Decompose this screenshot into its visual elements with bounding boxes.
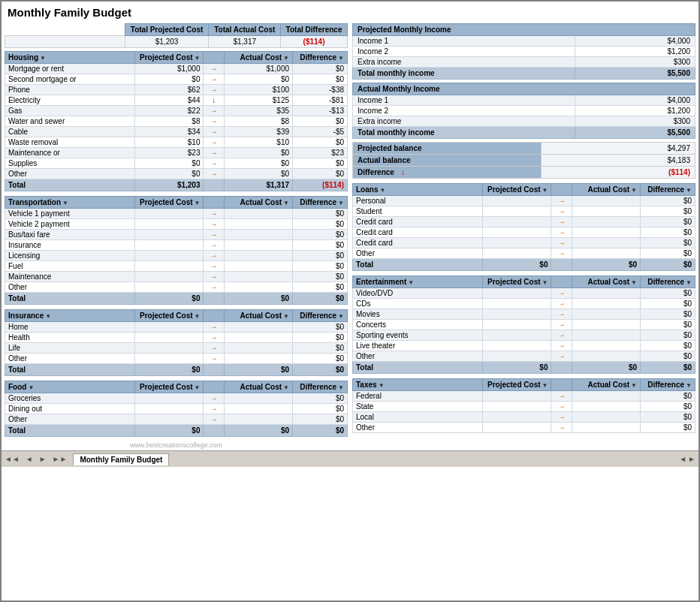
table-row: Waste removal $10 → $10 $0 bbox=[5, 137, 348, 148]
actual-income-table: Actual Monthly Income Income 1 $4,000 In… bbox=[352, 83, 695, 139]
taxes-label: Taxes▼ bbox=[353, 379, 483, 391]
proj-income-total: Total monthly income $5,500 bbox=[353, 68, 695, 80]
housing-actual-col: Actual Cost▼ bbox=[224, 52, 292, 64]
transport-proj-col: Projected Cost▼ bbox=[135, 197, 204, 209]
loans-total-row: Total $0 $0 $0 bbox=[353, 259, 695, 271]
food-total-row: Total $0 $0 $0 bbox=[5, 425, 348, 437]
table-row: Credit card → $0 bbox=[353, 227, 695, 238]
table-row: Credit card → $0 bbox=[353, 217, 695, 227]
actual-income-header: Actual Monthly Income bbox=[353, 83, 695, 95]
housing-table: Housing▼ Projected Cost▼ Actual Cost▼ Di… bbox=[5, 51, 348, 191]
tab-monthly-family-budget[interactable]: Monthly Family Budget bbox=[73, 453, 169, 465]
projected-balance-row: Projected balance $4,297 bbox=[353, 143, 695, 155]
table-row: Fuel → $0 bbox=[5, 261, 348, 272]
actual-balance-row: Actual balance $4,183 bbox=[353, 155, 695, 167]
table-row: Other → $0 bbox=[5, 414, 348, 425]
diff-arrow-icon: ↓ bbox=[401, 168, 405, 176]
summary-table: Total Projected Cost Total Actual Cost T… bbox=[5, 23, 348, 48]
housing-diff-col: Difference▼ bbox=[293, 52, 348, 64]
left-column: Total Projected Cost Total Actual Cost T… bbox=[5, 23, 348, 449]
table-row: Electricity $44 ↓ $125 -$81 bbox=[5, 95, 348, 106]
table-row: Live theater → $0 bbox=[353, 341, 695, 351]
bottom-bar: ◄◄ ◄ ► ►► Monthly Family Budget ◄ ► bbox=[2, 450, 698, 467]
transport-actual-col: Actual Cost▼ bbox=[224, 197, 292, 209]
loans-label: Loans▼ bbox=[353, 184, 483, 196]
table-row: Vehicle 1 payment → $0 bbox=[5, 209, 348, 219]
scroll-controls: ◄ ► bbox=[679, 455, 695, 463]
main-content: Total Projected Cost Total Actual Cost T… bbox=[2, 22, 698, 450]
table-row: Other → $0 bbox=[5, 282, 348, 293]
summary-proj-val: $1,203 bbox=[125, 36, 209, 48]
table-row: Personal → $0 bbox=[353, 196, 695, 206]
table-row: Other → $0 bbox=[5, 354, 348, 364]
list-item: Income 2 $1,200 bbox=[353, 47, 695, 57]
proj-income-header: Projected Monthly Income bbox=[353, 24, 695, 36]
insurance-table: Insurance▼ Projected Cost▼ Actual Cost▼ … bbox=[5, 309, 348, 376]
list-item: Income 2 $1,200 bbox=[353, 106, 695, 116]
table-row: Health → $0 bbox=[5, 333, 348, 343]
actual-income-total: Total monthly income $5,500 bbox=[353, 127, 695, 139]
list-item: Income 1 $4,000 bbox=[353, 95, 695, 106]
nav-right-icon[interactable]: ►► bbox=[53, 455, 68, 463]
right-column: Projected Monthly Income Income 1 $4,000… bbox=[352, 23, 695, 449]
entertainment-table: Entertainment▼ Projected Cost▼ Actual Co… bbox=[352, 275, 695, 374]
transport-diff-col: Difference▼ bbox=[293, 197, 348, 209]
housing-dropdown[interactable]: ▼ bbox=[40, 55, 46, 62]
table-row: Movies → $0 bbox=[353, 309, 695, 320]
insurance-label: Insurance▼ bbox=[5, 310, 135, 322]
balance-diff-row: Difference ↓ ($114) bbox=[353, 167, 695, 179]
table-row: Groceries → $0 bbox=[5, 393, 348, 404]
entertainment-label: Entertainment▼ bbox=[353, 276, 483, 288]
table-row: State → $0 bbox=[353, 402, 695, 412]
watermark: www.bestcreationscollege.com bbox=[5, 441, 348, 449]
transport-dropdown[interactable]: ▼ bbox=[62, 200, 68, 206]
app-window: Monthly Family Budget Total Projected Co… bbox=[0, 0, 700, 602]
table-row: Cable $34 → $39 -$5 bbox=[5, 127, 348, 137]
table-row: Licensing → $0 bbox=[5, 251, 348, 261]
summary-actual-header: Total Actual Cost bbox=[209, 24, 281, 36]
table-row: CDs → $0 bbox=[353, 299, 695, 309]
table-row: Concerts → $0 bbox=[353, 320, 695, 330]
nav-prev-icon[interactable]: ◄ bbox=[26, 455, 33, 463]
transport-label: Transportation▼ bbox=[5, 197, 135, 209]
table-row: Credit card → $0 bbox=[353, 238, 695, 248]
summary-diff-header: Total Difference bbox=[281, 24, 348, 36]
table-row: Vehicle 2 payment → $0 bbox=[5, 219, 348, 230]
transport-total-row: Total $0 $0 $0 bbox=[5, 293, 348, 305]
table-row: Maintenance or $23 → $0 $23 bbox=[5, 148, 348, 158]
table-row: Federal → $0 bbox=[353, 391, 695, 402]
table-row: Home → $0 bbox=[5, 322, 348, 333]
table-row: Sporting events → $0 bbox=[353, 330, 695, 341]
table-row: Maintenance → $0 bbox=[5, 272, 348, 282]
entertainment-total-row: Total $0 $0 $0 bbox=[353, 362, 695, 374]
scroll-left-icon[interactable]: ◄ bbox=[679, 455, 686, 463]
table-row: Other → $0 bbox=[353, 248, 695, 259]
insurance-total-row: Total $0 $0 $0 bbox=[5, 364, 348, 376]
scroll-right-icon[interactable]: ► bbox=[688, 455, 695, 463]
table-row: Second mortgage or $0 → $0 $0 bbox=[5, 74, 348, 85]
table-row: Local → $0 bbox=[353, 412, 695, 423]
nav-next-icon[interactable]: ► bbox=[39, 455, 47, 463]
table-row: Other → $0 bbox=[353, 351, 695, 362]
sheet-title: Monthly Family Budget bbox=[2, 2, 698, 22]
list-item: Income 1 $4,000 bbox=[353, 36, 695, 47]
transportation-table: Transportation▼ Projected Cost▼ Actual C… bbox=[5, 196, 348, 305]
table-row: Other $0 → $0 $0 bbox=[5, 169, 348, 179]
balance-table: Projected balance $4,297 Actual balance … bbox=[352, 142, 695, 179]
proj-income-table: Projected Monthly Income Income 1 $4,000… bbox=[352, 23, 695, 80]
summary-diff-val: ($114) bbox=[281, 36, 348, 48]
table-row: Other → $0 bbox=[353, 423, 695, 433]
loans-table: Loans▼ Projected Cost▼ Actual Cost▼ Diff… bbox=[352, 183, 695, 271]
table-row: Bus/taxi fare → $0 bbox=[5, 230, 348, 240]
table-row: Dining out → $0 bbox=[5, 404, 348, 414]
list-item: Extra income $300 bbox=[353, 57, 695, 68]
table-row: Insurance → $0 bbox=[5, 240, 348, 251]
table-row: Mortgage or rent $1,000 → $1,000 $0 bbox=[5, 64, 348, 74]
summary-actual-val: $1,317 bbox=[209, 36, 281, 48]
nav-left-icon[interactable]: ◄◄ bbox=[5, 455, 20, 463]
food-table: Food▼ Projected Cost▼ Actual Cost▼ Diffe… bbox=[5, 381, 348, 437]
table-row: Water and sewer $8 → $8 $0 bbox=[5, 116, 348, 127]
table-row: Life → $0 bbox=[5, 343, 348, 354]
housing-total-row: Total $1,203 $1,317 ($114) bbox=[5, 179, 348, 191]
table-row: Student → $0 bbox=[353, 206, 695, 217]
